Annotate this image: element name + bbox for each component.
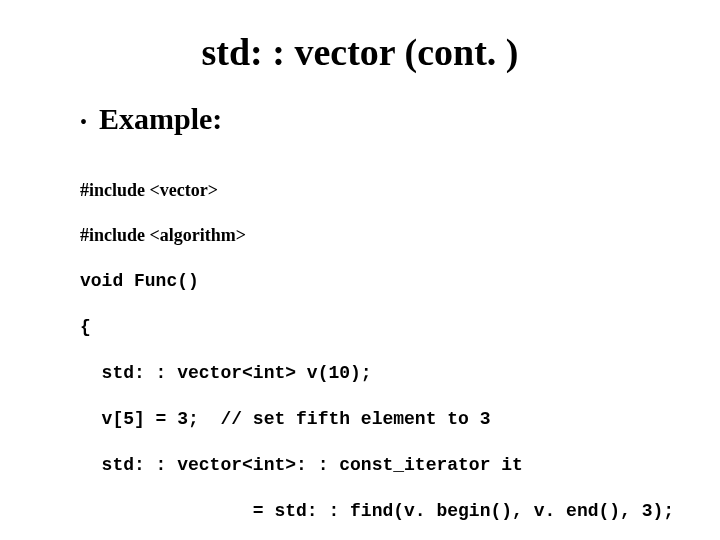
code-line: void Func() xyxy=(80,271,199,291)
code-line: = std: : find(v. begin(), v. end(), 3); xyxy=(80,501,674,521)
code-line: std: : vector<int>: : const_iterator it xyxy=(80,455,523,475)
code-line: #include <vector> xyxy=(80,180,218,200)
code-block: #include <vector> #include <algorithm> v… xyxy=(80,156,680,540)
code-line: v[5] = 3; // set fifth element to 3 xyxy=(80,409,490,429)
slide-title: std: : vector (cont. ) xyxy=(40,30,680,74)
bullet-item: • Example: xyxy=(80,102,680,136)
slide: std: : vector (cont. ) • Example: #inclu… xyxy=(0,0,720,540)
code-line: { xyxy=(80,317,91,337)
code-line: #include <algorithm> xyxy=(80,225,246,245)
code-line: std: : vector<int> v(10); xyxy=(80,363,372,383)
bullet-dot-icon: • xyxy=(80,112,87,132)
bullet-text: Example: xyxy=(99,102,222,136)
